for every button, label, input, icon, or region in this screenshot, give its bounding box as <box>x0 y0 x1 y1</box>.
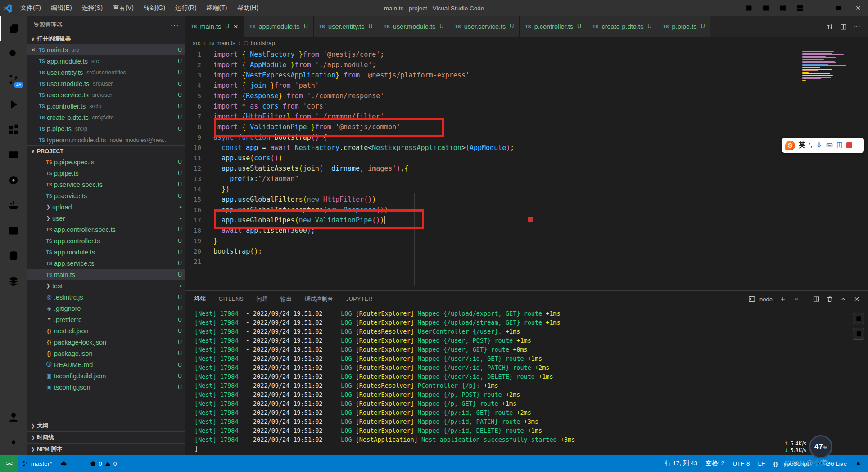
file-row[interactable]: ✕{}package.jsonU <box>27 348 185 359</box>
notebook-icon[interactable] <box>853 328 864 340</box>
section-大纲[interactable]: ❯大纲 <box>27 420 185 431</box>
toggle-sidebar-icon[interactable] <box>740 0 757 16</box>
section-时间线[interactable]: ❯时间线 <box>27 431 185 443</box>
project-header[interactable]: ∨ PROJECT <box>27 145 185 156</box>
file-row[interactable]: ✕TStypeorm.module.d.tsnode_modules\@nes.… <box>27 134 185 145</box>
tab-user.service.ts[interactable]: TSuser.service.tsU <box>449 16 520 37</box>
layers-icon[interactable] <box>0 268 27 294</box>
new-terminal-icon[interactable] <box>777 293 789 305</box>
split-terminal-icon[interactable] <box>810 293 822 305</box>
tab-user.module.ts[interactable]: TSuser.module.tsU <box>378 16 449 37</box>
menu-编辑[interactable]: 编辑(E) <box>46 0 77 16</box>
minimap[interactable] <box>802 51 861 87</box>
split-editor-icon[interactable] <box>836 20 850 33</box>
code-editor[interactable]: 1import { NestFactory }from '@nestjs/cor… <box>185 49 868 290</box>
open-changes-icon[interactable] <box>823 20 836 33</box>
file-row[interactable]: ✕TSp.pipe.spec.tsU <box>27 156 185 168</box>
ime-punctuation-toggle[interactable]: ’, <box>809 142 812 149</box>
panel-tab-输出[interactable]: 输出 <box>280 291 292 307</box>
ime-toolbox-icon[interactable]: 田 <box>836 141 843 150</box>
tab-user.entity.ts[interactable]: TSuser.entity.tsU <box>314 16 379 37</box>
menu-查看[interactable]: 查看(V) <box>108 0 139 16</box>
ime-language-toggle[interactable]: 英 <box>799 141 805 150</box>
jupyter-variables-icon[interactable] <box>853 313 864 324</box>
customize-layout-icon[interactable] <box>791 0 809 16</box>
tab-app.module.ts[interactable]: TSapp.module.tsU <box>244 16 314 37</box>
file-row[interactable]: ✕{}nest-cli.jsonU <box>27 325 185 336</box>
terminal-output[interactable]: [Nest] 17984 - 2022/09/24 19:51:02 LOG [… <box>185 307 868 454</box>
close-button[interactable]: ✕ <box>848 0 868 16</box>
close-icon[interactable]: ✕ <box>30 47 37 53</box>
minimize-button[interactable]: – <box>809 0 828 16</box>
folder-row[interactable]: ✕❯test● <box>27 280 185 291</box>
menu-终端[interactable]: 终端(T) <box>202 0 232 16</box>
panel-tab-JUPYTER[interactable]: JUPYTER <box>346 291 372 307</box>
live-share-icon[interactable] <box>0 168 27 193</box>
maximize-panel-icon[interactable] <box>837 293 849 305</box>
close-tab-icon[interactable]: ✕ <box>233 23 238 30</box>
remote-indicator[interactable]: >< <box>0 455 18 472</box>
run-and-debug-icon[interactable] <box>0 92 27 117</box>
file-row[interactable]: ✕◈.gitignoreU <box>27 303 185 314</box>
file-row[interactable]: ✕▣tsconfig.jsonU <box>27 381 185 393</box>
network-speed-widget[interactable]: ↑ 5.4K/s ↓ 5.8K/s 47% <box>784 435 832 458</box>
remote-explorer-icon[interactable] <box>0 142 27 168</box>
database-icon[interactable] <box>0 243 27 268</box>
tab-main.ts[interactable]: TSmain.tsU✕ <box>185 16 244 37</box>
file-row[interactable]: ✕TSuser.module.tssrc\userU <box>27 78 185 89</box>
section-NPM 脚本[interactable]: ❯NPM 脚本 <box>27 443 185 455</box>
file-row[interactable]: ✕TSapp.module.tssrcU <box>27 55 185 67</box>
settings-icon[interactable] <box>0 430 27 455</box>
breadcrumb[interactable]: src › TS main.ts › ⬡ bootstrap <box>185 37 868 49</box>
ime-favorites-icon[interactable] <box>846 142 852 148</box>
menu-转到[interactable]: 转到(G) <box>139 0 170 16</box>
cursor-position-item[interactable]: 行 17, 列 43 <box>661 455 701 472</box>
file-row[interactable]: ✕TSp.controller.tssrc\pU <box>27 100 185 112</box>
microphone-icon[interactable] <box>816 142 823 149</box>
git-branch-item[interactable]: master* <box>18 455 56 472</box>
extensions-icon[interactable] <box>0 117 27 142</box>
notifications-bell-icon[interactable] <box>851 455 868 472</box>
tab-p.pipe.ts[interactable]: TSp.pipe.tsU <box>657 16 710 37</box>
explorer-more-actions-icon[interactable]: ··· <box>171 22 179 28</box>
file-row[interactable]: ✕◎.eslintrc.jsU <box>27 291 185 303</box>
file-row[interactable]: ✕TSuser.service.tssrc\userU <box>27 89 185 100</box>
terminal-dropdown-icon[interactable] <box>791 293 802 305</box>
file-row[interactable]: ✕TSapp.controller.tsU <box>27 235 185 246</box>
folder-row[interactable]: ✕❯upload● <box>27 201 185 213</box>
file-row[interactable]: ✕TSapp.controller.spec.tsU <box>27 224 185 235</box>
panel-tab-问题[interactable]: 问题 <box>256 291 268 307</box>
file-row[interactable]: ✕TScreate-p.dto.tssrc\p\dtoU <box>27 112 185 123</box>
file-row[interactable]: ✕TSapp.module.tsU <box>27 246 185 258</box>
publish-changes-icon[interactable] <box>56 455 71 472</box>
performance-ball[interactable]: 47% <box>809 435 832 458</box>
toggle-secondary-sidebar-icon[interactable] <box>774 0 791 16</box>
file-row[interactable]: ✕TSmain.tssrcU <box>27 44 185 55</box>
kill-terminal-icon[interactable] <box>824 293 836 305</box>
search-icon[interactable] <box>0 41 27 67</box>
eol-item[interactable]: LF <box>754 455 769 472</box>
tab-p.controller.ts[interactable]: TSp.controller.tsU <box>520 16 587 37</box>
menu-帮助[interactable]: 帮助(H) <box>232 0 263 16</box>
docker-icon[interactable] <box>0 193 27 218</box>
toggle-panel-icon[interactable] <box>757 0 774 16</box>
panel-tab-调试控制台[interactable]: 调试控制台 <box>304 291 333 307</box>
file-row[interactable]: ✕▣tsconfig.build.jsonU <box>27 370 185 381</box>
problems-item[interactable]: 0 0 <box>86 455 121 472</box>
indentation-item[interactable]: 空格: 2 <box>701 455 728 472</box>
accounts-icon[interactable] <box>0 404 27 430</box>
close-panel-icon[interactable] <box>851 293 863 305</box>
editor-more-actions-icon[interactable]: ··· <box>850 20 863 33</box>
explorer-icon[interactable] <box>0 16 27 41</box>
maximize-button[interactable] <box>828 0 848 16</box>
file-row[interactable]: ✕ⓘREADME.mdU <box>27 359 185 370</box>
terminal-window-icon[interactable] <box>0 218 27 243</box>
tab-create-p.dto.ts[interactable]: TScreate-p.dto.tsU <box>587 16 657 37</box>
folder-row[interactable]: ✕❯user● <box>27 213 185 224</box>
menu-选择[interactable]: 选择(S) <box>77 0 108 16</box>
file-row[interactable]: ✕TSp.service.spec.tsU <box>27 179 185 190</box>
file-row[interactable]: ✕TSp.pipe.tsU <box>27 168 185 179</box>
file-row[interactable]: ✕TSuser.entity.tssrc\user\entitiesU <box>27 67 185 78</box>
file-row[interactable]: ✕TSp.service.tsU <box>27 190 185 201</box>
file-row[interactable]: ✕TSmain.tsU <box>27 269 185 280</box>
